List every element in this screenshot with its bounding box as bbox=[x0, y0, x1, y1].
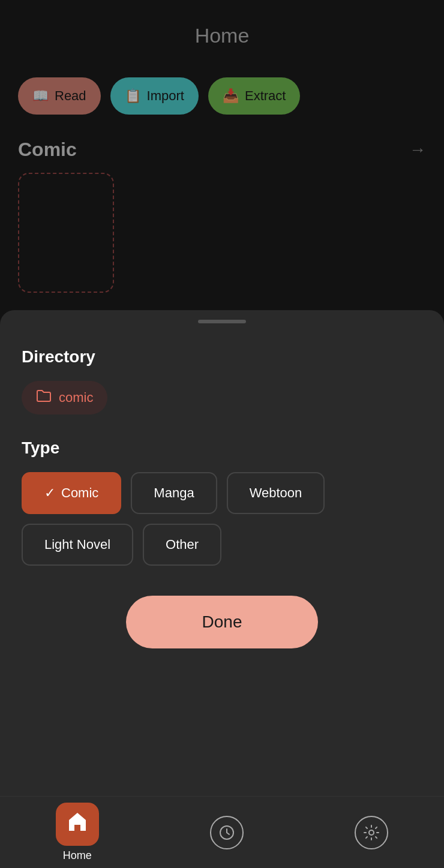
type-label: Type bbox=[22, 438, 422, 458]
nav-settings[interactable] bbox=[355, 816, 388, 849]
done-button[interactable]: Done bbox=[126, 596, 318, 648]
directory-tag[interactable]: comic bbox=[22, 381, 107, 415]
type-light-novel-button[interactable]: Light Novel bbox=[22, 524, 133, 566]
type-manga-button[interactable]: Manga bbox=[131, 472, 217, 514]
home-icon-wrap bbox=[56, 803, 99, 846]
directory-label: Directory bbox=[22, 347, 422, 367]
bottom-nav: Home bbox=[0, 796, 444, 868]
type-row-2: Light Novel Other bbox=[22, 524, 422, 566]
home-label: Home bbox=[63, 849, 92, 862]
svg-point-1 bbox=[369, 830, 374, 835]
type-webtoon-button[interactable]: Webtoon bbox=[227, 472, 325, 514]
type-other-button[interactable]: Other bbox=[143, 524, 221, 566]
settings-icon bbox=[355, 816, 388, 849]
check-icon: ✓ bbox=[44, 485, 55, 501]
home-icon bbox=[67, 812, 88, 837]
type-row-1: ✓ Comic Manga Webtoon bbox=[22, 472, 422, 514]
type-comic-button[interactable]: ✓ Comic bbox=[22, 472, 121, 514]
nav-home[interactable]: Home bbox=[56, 803, 99, 862]
directory-section: Directory comic bbox=[22, 347, 422, 438]
drag-handle[interactable] bbox=[198, 320, 246, 323]
nav-history[interactable] bbox=[210, 816, 244, 849]
type-section: Type ✓ Comic Manga Webtoon Light Novel O… bbox=[22, 438, 422, 566]
folder-icon bbox=[36, 389, 52, 406]
bottom-sheet: Directory comic Type ✓ Comic Manga Webto… bbox=[0, 310, 444, 868]
history-icon bbox=[210, 816, 244, 849]
directory-name: comic bbox=[59, 390, 93, 406]
